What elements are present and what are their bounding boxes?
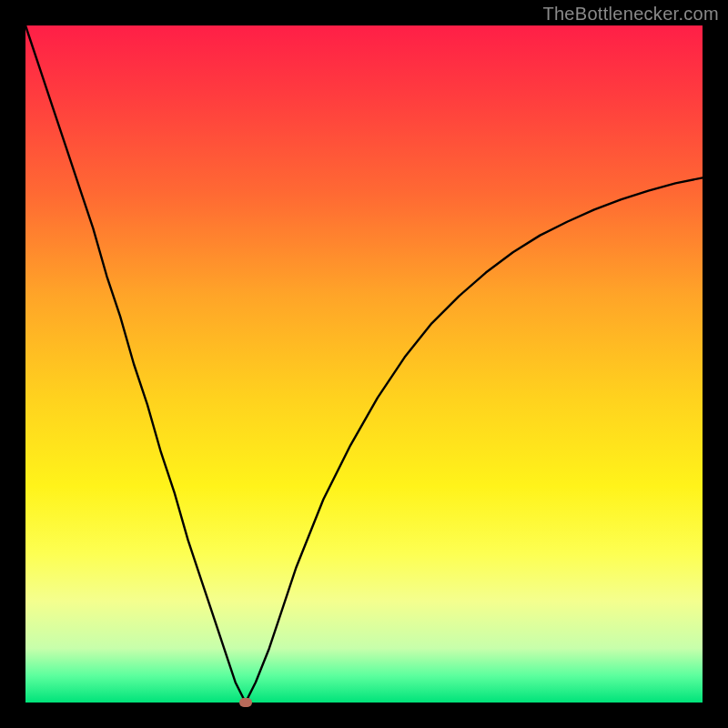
- watermark-text: TheBottlenecker.com: [542, 4, 719, 25]
- bottleneck-curve: [25, 25, 703, 703]
- chart-plot-area: [25, 25, 703, 703]
- chart-frame: TheBottlenecker.com: [0, 0, 728, 728]
- curve-svg: [25, 25, 703, 703]
- minimum-marker: [239, 698, 252, 707]
